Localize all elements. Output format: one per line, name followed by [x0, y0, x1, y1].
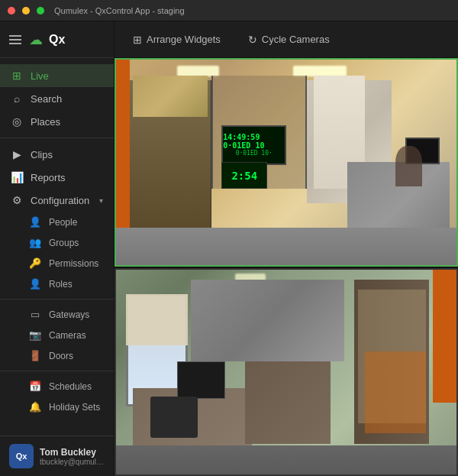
main-content: ⊞ Arrange Widgets ↻ Cycle Cameras — [114, 21, 458, 476]
cam2-chair — [150, 397, 198, 438]
sidebar-item-label: Live — [31, 70, 103, 82]
cam1-clock-display: 14:49:59 0·01ED 10 0·01ED 10· — [221, 125, 286, 165]
sidebar-item-label: Roles — [49, 279, 73, 290]
avatar: Qx — [9, 444, 34, 468]
hamburger-menu-button[interactable] — [9, 35, 21, 44]
permissions-icon: 🔑 — [29, 257, 41, 269]
sidebar-item-label: Permissions — [49, 258, 98, 269]
app-container: ☁ Qx ⊞ Live ⌕ Search ◎ Places ▶ — [0, 21, 458, 476]
places-icon: ◎ — [11, 115, 23, 128]
sidebar-item-roles[interactable]: 👤 Roles — [0, 274, 114, 294]
sidebar-item-holiday-sets[interactable]: 🔔 Holiday Sets — [0, 397, 114, 417]
people-icon: 👤 — [29, 216, 41, 228]
cycle-cameras-label: Cycle Cameras — [262, 34, 330, 45]
camera-grid: 14:49:59 0·01ED 10 0·01ED 10· 2:54 — [114, 58, 458, 476]
sidebar-item-label: People — [49, 217, 77, 228]
cam2-mid-area — [245, 351, 331, 444]
sidebar-item-label: Schedules — [49, 381, 92, 392]
sidebar-item-label: Groups — [49, 238, 79, 248]
maximize-dot[interactable] — [37, 7, 44, 15]
sidebar-item-doors[interactable]: 🚪 Doors — [0, 345, 114, 366]
cam2-orange-wall — [433, 270, 456, 403]
cam1-time2: 0·01ED 10· — [236, 150, 273, 157]
configuration-icon: ⚙ — [11, 194, 23, 206]
live-icon: ⊞ — [11, 70, 23, 82]
user-info: Tom Buckley tbuckley@qumulex.com — [40, 447, 105, 466]
cam2-orange-items — [365, 351, 426, 433]
groups-icon: 👥 — [29, 237, 41, 248]
user-name: Tom Buckley — [40, 447, 105, 458]
cam2-back-wall — [191, 280, 344, 361]
search-icon: ⌕ — [11, 92, 23, 105]
sidebar-footer[interactable]: Qx Tom Buckley tbuckley@qumulex.com — [0, 436, 114, 476]
user-email: tbuckley@qumulex.com — [40, 458, 105, 466]
sidebar-item-label: Configuration — [31, 195, 92, 206]
cam2-floor — [116, 445, 456, 474]
cycle-cameras-icon: ↻ — [248, 34, 257, 46]
sidebar-item-places[interactable]: ◎ Places — [0, 110, 114, 133]
arrange-widgets-label: Arrange Widgets — [147, 34, 221, 45]
close-dot[interactable] — [8, 7, 15, 15]
cam1-floor — [116, 228, 456, 264]
sidebar-item-groups[interactable]: 👥 Groups — [0, 232, 114, 253]
schedules-icon: 📅 — [29, 380, 41, 392]
arrange-widgets-icon: ⊞ — [133, 34, 142, 46]
cam1-person — [395, 146, 423, 187]
sidebar-item-label: Cameras — [49, 330, 86, 341]
sidebar-item-label: Search — [31, 93, 103, 105]
qx-logo: Qx — [49, 33, 65, 47]
camera-feed-2[interactable] — [114, 268, 458, 477]
reports-icon: 📊 — [11, 171, 23, 183]
sidebar: ☁ Qx ⊞ Live ⌕ Search ◎ Places ▶ — [0, 21, 114, 476]
sidebar-item-schedules[interactable]: 📅 Schedules — [0, 376, 114, 397]
camera-feed-1[interactable]: 14:49:59 0·01ED 10 0·01ED 10· 2:54 — [114, 58, 458, 267]
sidebar-item-permissions[interactable]: 🔑 Permissions — [0, 253, 114, 274]
roles-icon: 👤 — [29, 278, 41, 290]
cam1-light-1 — [177, 66, 219, 76]
sidebar-nav: ⊞ Live ⌕ Search ◎ Places ▶ Clips 📊 — [0, 58, 114, 436]
minimize-dot[interactable] — [22, 7, 30, 15]
arrange-widgets-button[interactable]: ⊞ Arrange Widgets — [127, 31, 227, 49]
title-bar-text: Qumulex - QxControl App - staging — [54, 6, 185, 15]
nav-divider-3 — [0, 371, 114, 371]
cam2-computer — [177, 361, 224, 398]
sidebar-item-live[interactable]: ⊞ Live — [0, 64, 114, 87]
sidebar-item-label: Clips — [31, 149, 103, 160]
holiday-sets-icon: 🔔 — [29, 401, 41, 413]
clips-icon: ▶ — [11, 148, 23, 160]
cam1-big-display: 2:54 — [221, 162, 267, 189]
cycle-cameras-button[interactable]: ↻ Cycle Cameras — [242, 31, 336, 49]
sidebar-item-label: Holiday Sets — [49, 402, 100, 413]
sidebar-item-label: Gateways — [49, 309, 89, 320]
sidebar-header: ☁ Qx — [0, 21, 114, 58]
cam2-blind — [126, 294, 187, 345]
sidebar-item-label: Places — [31, 116, 103, 128]
sidebar-item-cameras[interactable]: 📷 Cameras — [0, 325, 114, 345]
sidebar-item-configuration[interactable]: ⚙ Configuration ▾ — [0, 189, 114, 212]
doors-icon: 🚪 — [29, 350, 41, 361]
chevron-down-icon: ▾ — [99, 196, 103, 205]
cam1-light-2 — [293, 66, 347, 76]
sidebar-item-label: Doors — [49, 351, 73, 361]
sidebar-item-label: Reports — [31, 172, 103, 183]
cam1-time: 14:49:59 0·01ED 10 — [223, 133, 285, 150]
sidebar-item-search[interactable]: ⌕ Search — [0, 87, 114, 110]
sidebar-item-gateways[interactable]: ▭ Gateways — [0, 304, 114, 325]
cameras-icon: 📷 — [29, 329, 41, 341]
toolbar: ⊞ Arrange Widgets ↻ Cycle Cameras — [114, 21, 458, 58]
title-bar: Qumulex - QxControl App - staging — [0, 0, 458, 21]
cam1-big-number: 2:54 — [231, 170, 257, 182]
cloud-icon: ☁ — [29, 31, 43, 48]
gateways-icon: ▭ — [29, 309, 41, 320]
nav-divider-1 — [0, 138, 114, 138]
sidebar-item-people[interactable]: 👤 People — [0, 212, 114, 232]
sidebar-item-reports[interactable]: 📊 Reports — [0, 166, 114, 189]
sidebar-item-clips[interactable]: ▶ Clips — [0, 143, 114, 166]
nav-divider-2 — [0, 299, 114, 300]
cam1-boxes — [133, 76, 208, 117]
